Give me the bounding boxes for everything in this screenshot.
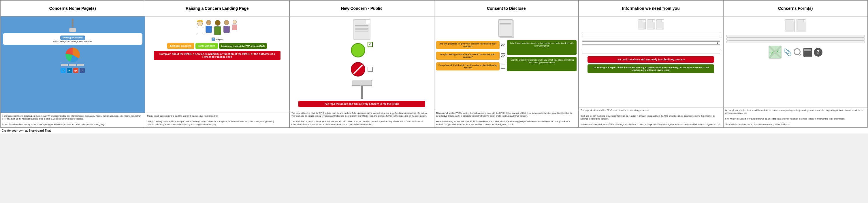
nav-item xyxy=(69,64,76,66)
panel3-header: New Concern - Public xyxy=(290,1,434,17)
panel5-description: This page identifies what the GPhC needs… xyxy=(579,107,723,127)
character-3 xyxy=(214,20,221,35)
ive-read-submit-button[interactable]: I've read the above and am ready to subm… xyxy=(588,56,714,63)
no-sign-row xyxy=(351,61,373,78)
doc-stack xyxy=(498,19,514,38)
info-field-2[interactable] xyxy=(582,37,720,41)
form-field-1[interactable] xyxy=(726,35,865,37)
question-icon: ? xyxy=(814,48,823,57)
search-icon xyxy=(794,48,802,56)
map-roads xyxy=(769,46,781,58)
head xyxy=(224,20,229,25)
characters-display xyxy=(196,19,238,35)
panel2-body: I agree Existing Concern New Concern Lea… xyxy=(145,17,289,112)
footer: Create your own at Storyboard That xyxy=(0,128,868,133)
docs-row xyxy=(638,19,664,29)
panel1-header: Concerns Home Page(s) xyxy=(1,1,145,17)
info-field-4[interactable] xyxy=(582,50,720,53)
panel4-header: Consent to Disclose xyxy=(434,1,579,17)
mini-doc-2 xyxy=(647,19,655,29)
no-sign-icon xyxy=(351,62,365,77)
document-icon xyxy=(353,19,370,40)
panel3-title: New Concern - Public xyxy=(341,6,382,11)
panel4-title: Consent to Disclose xyxy=(487,6,526,11)
body xyxy=(197,27,203,34)
info-field-3[interactable] xyxy=(582,46,720,49)
panel-new-concern-public: New Concern - Public xyxy=(289,0,434,128)
learn-more-button[interactable]: Learn more about the FTP process/FAQ xyxy=(219,43,267,49)
doc-line xyxy=(355,28,368,29)
twitter-icon[interactable]: t xyxy=(61,68,66,73)
read-sure-button[interactable]: I've read the above and am sure my conce… xyxy=(298,101,425,107)
consent-checkbox-2[interactable]: ✓ xyxy=(501,53,505,58)
checkbox[interactable] xyxy=(212,37,215,41)
sign-text: → xyxy=(72,29,73,31)
consent-btn-willing[interactable]: Are you willing to work with the GPhC to… xyxy=(436,52,500,60)
panels-row: Concerns Home Page(s) → Raising a Concer… xyxy=(0,0,868,128)
panel1-body: → Raising a Concern Report a Registrant … xyxy=(1,17,145,112)
consent-btn-notsure[interactable]: I'm not sure/I think I might need to rai… xyxy=(436,62,500,71)
consent-checkbox-1[interactable]: ✓ xyxy=(501,43,505,47)
existing-concern-button[interactable]: Existing Concern xyxy=(167,43,194,49)
circle-green xyxy=(351,43,365,57)
google-plus-icon[interactable]: g+ xyxy=(73,68,79,73)
panel3-description: This page will outline what the GPhC wil… xyxy=(290,110,434,127)
consent-split-row: Are you prepared to give your consent to… xyxy=(436,40,577,71)
checkbox-label: I agree xyxy=(216,39,222,41)
map-icon xyxy=(769,46,781,59)
info-field-1[interactable] xyxy=(582,33,720,36)
panel1-sign-area: → xyxy=(69,19,76,32)
body xyxy=(232,25,237,30)
doc-front xyxy=(498,19,513,37)
form-field-2[interactable] xyxy=(726,37,865,41)
panel5-body: ▼ I've read the above and am ready to su… xyxy=(579,17,723,107)
panel6-doc-2 xyxy=(796,19,806,32)
nav-items xyxy=(61,64,84,66)
character-5 xyxy=(232,20,237,35)
sign-pole xyxy=(361,86,363,99)
panel4-body: Are you prepared to give your consent to… xyxy=(434,17,579,110)
panel1-description: 1 or 2 pages containing details about th… xyxy=(1,113,145,127)
doc-line xyxy=(355,29,368,30)
form-field-3[interactable] xyxy=(726,41,865,43)
head xyxy=(232,20,237,24)
complain-button[interactable]: Complain about the GPhC, a service provi… xyxy=(154,51,280,60)
on-looking-button[interactable]: On looking at it again I think I want to… xyxy=(588,65,714,73)
report-registrant-text: Report a Registrant or Registered Premis… xyxy=(5,41,140,43)
panel-raising-concern: Raising a Concern Landing Page xyxy=(145,0,290,128)
pie-chart xyxy=(65,48,80,62)
panel1-content-box: Raising a Concern Report a Registrant or… xyxy=(3,33,143,45)
panel2-buttons-row: Existing Concern New Concern Learn more … xyxy=(167,43,267,49)
empty-checkbox xyxy=(368,67,373,72)
checked-box-icon: ✓ xyxy=(368,42,373,47)
search-circle xyxy=(794,48,801,55)
character-4 xyxy=(223,20,230,35)
doc-lines-container xyxy=(499,20,513,27)
body xyxy=(214,26,221,35)
consent-option-1: Are you prepared to give your consent to… xyxy=(436,41,506,49)
form6-icons-row: 📎 ? xyxy=(769,46,823,59)
panel6-docs-row xyxy=(785,19,806,32)
signpost-pole xyxy=(72,19,73,27)
consent-right-text-2: I want to share my experience with you o… xyxy=(507,57,577,72)
consent-checkbox-3[interactable] xyxy=(501,64,505,69)
panel6-body: 📎 ? xyxy=(723,17,868,107)
sign-board-new: → xyxy=(352,80,372,86)
consent-right-col: I don't want to raise a concern that req… xyxy=(507,40,577,71)
social-icons-row: t in g+ f xyxy=(61,68,85,73)
nav-item xyxy=(61,64,68,66)
doc-line xyxy=(355,31,368,31)
info-dropdown[interactable]: ▼ xyxy=(582,41,720,45)
checkbox-row[interactable]: I agree xyxy=(212,37,222,41)
facebook-icon[interactable]: f xyxy=(80,68,85,73)
consent-btn-prepared[interactable]: Are you prepared to give your consent to… xyxy=(436,41,500,49)
doc-line xyxy=(500,22,512,22)
raise-concern-button[interactable]: Raising a Concern xyxy=(60,35,85,40)
new-concern-button[interactable]: New Concern xyxy=(195,43,218,49)
panel6-description: We can decide whether there should be mu… xyxy=(723,107,868,127)
doc-line xyxy=(355,27,368,27)
mini-doc-1 xyxy=(638,19,646,29)
character-1 xyxy=(197,20,203,35)
panel2-description: This page will ask questions to start th… xyxy=(145,113,289,127)
linkedin-icon[interactable]: in xyxy=(67,68,72,73)
